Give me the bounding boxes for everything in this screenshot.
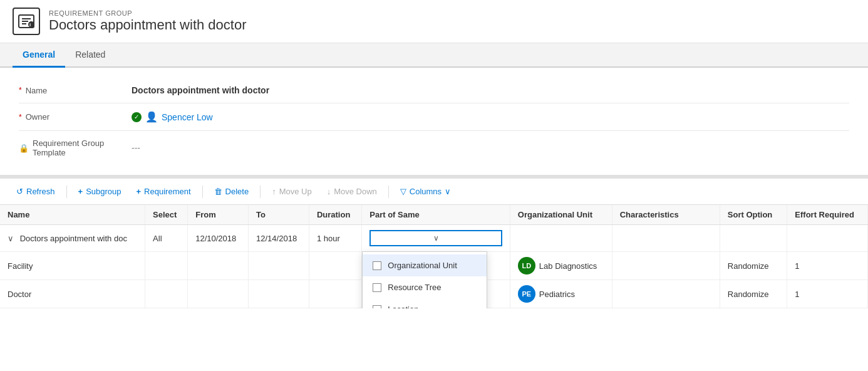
col-header-effort: Effort Required bbox=[787, 205, 868, 225]
row-sort-parent bbox=[720, 225, 787, 252]
row-duration-parent: 1 hour bbox=[309, 225, 361, 252]
col-header-duration: Duration bbox=[309, 205, 361, 225]
header-text-group: REQUIREMENT GROUP Doctors appointment wi… bbox=[49, 9, 247, 33]
tabs-bar: General Related bbox=[0, 43, 868, 68]
row-to-facility bbox=[249, 252, 309, 280]
row-characteristics-facility bbox=[612, 252, 720, 280]
dropdown-chevron-icon: ∨ bbox=[433, 234, 439, 243]
checkbox-orgunit[interactable] bbox=[373, 261, 381, 270]
col-header-orgunit: Organizational Unit bbox=[510, 205, 612, 225]
move-down-button[interactable]: ↓ Move Down bbox=[321, 184, 383, 199]
person-icon: 👤 bbox=[145, 111, 158, 123]
columns-chevron-icon: ∨ bbox=[445, 187, 451, 196]
row-orgunit-doctor: PE Pediatrics bbox=[510, 280, 612, 308]
field-value-name[interactable]: Doctors appointment with doctor bbox=[132, 85, 849, 95]
grid-toolbar: ↺ Refresh + Subgroup + Requirement 🗑 Del… bbox=[0, 179, 868, 205]
separator-4 bbox=[388, 186, 389, 198]
col-header-from: From bbox=[188, 205, 249, 225]
row-duration-facility bbox=[309, 252, 361, 280]
row-to-doctor bbox=[249, 280, 309, 308]
move-up-button[interactable]: ↑ Move Up bbox=[266, 184, 318, 199]
required-star-name: * bbox=[19, 86, 22, 95]
dropdown-item-location[interactable]: Location bbox=[363, 298, 487, 308]
col-header-select: Select bbox=[145, 205, 188, 225]
row-from-parent: 12/10/2018 bbox=[188, 225, 249, 252]
move-down-icon: ↓ bbox=[327, 187, 331, 196]
requirement-button[interactable]: + Requirement bbox=[130, 184, 197, 199]
separator-3 bbox=[260, 186, 261, 198]
row-effort-facility: 1 bbox=[787, 252, 868, 280]
tab-general[interactable]: General bbox=[13, 43, 65, 68]
avatar-ld: LD bbox=[518, 257, 535, 274]
row-characteristics-doctor bbox=[612, 280, 720, 308]
row-orgunit-parent bbox=[510, 225, 612, 252]
tab-related[interactable]: Related bbox=[65, 43, 115, 68]
subgroup-button[interactable]: + Subgroup bbox=[72, 184, 128, 199]
col-header-name: Name bbox=[0, 205, 145, 225]
row-name-doctor: Doctor bbox=[0, 280, 145, 308]
row-duration-doctor bbox=[309, 280, 361, 308]
partofsame-dropdown-menu: Organizational Unit Resource Tree Locati… bbox=[362, 251, 487, 308]
col-header-to: To bbox=[249, 205, 309, 225]
col-header-sort: Sort Option bbox=[720, 205, 787, 225]
field-value-template: --- bbox=[132, 143, 849, 153]
columns-button[interactable]: ▽ Columns ∨ bbox=[394, 184, 457, 199]
header-category: REQUIREMENT GROUP bbox=[49, 9, 247, 17]
row-from-doctor bbox=[188, 280, 249, 308]
add-subgroup-icon: + bbox=[78, 187, 83, 196]
table-row[interactable]: ∨ Doctors appointment with doc All 12/10… bbox=[0, 225, 868, 252]
row-effort-parent bbox=[787, 225, 868, 252]
required-star-owner: * bbox=[19, 113, 22, 122]
row-partofsame-parent[interactable]: ∨ Organizational Unit Resource Tree bbox=[362, 225, 510, 252]
form-section: * Name Doctors appointment with doctor *… bbox=[0, 68, 868, 179]
delete-button[interactable]: 🗑 Delete bbox=[208, 184, 256, 199]
row-sort-facility: Randomize bbox=[720, 252, 787, 280]
row-effort-doctor: 1 bbox=[787, 280, 868, 308]
partofsame-dropdown-trigger[interactable]: ∨ bbox=[369, 230, 502, 246]
separator-1 bbox=[66, 186, 67, 198]
header-title: Doctors appointment with doctor bbox=[49, 17, 247, 33]
refresh-button[interactable]: ↺ Refresh bbox=[10, 184, 61, 199]
field-label-owner: * Owner bbox=[19, 112, 132, 122]
avatar-pe: PE bbox=[518, 285, 535, 303]
row-from-facility bbox=[188, 252, 249, 280]
data-table: Name Select From To Duration Part of Sam… bbox=[0, 205, 868, 308]
checkbox-resourcetree[interactable] bbox=[373, 283, 381, 292]
move-up-icon: ↑ bbox=[272, 187, 276, 196]
row-orgunit-facility: LD Lab Diagnostics bbox=[510, 252, 612, 280]
row-to-parent: 12/14/2018 bbox=[249, 225, 309, 252]
row-select-facility bbox=[145, 252, 188, 280]
add-requirement-icon: + bbox=[137, 187, 142, 196]
row-characteristics-parent bbox=[612, 225, 720, 252]
form-row-template: 🔒 Requirement Group Template --- bbox=[19, 131, 849, 165]
dropdown-item-orgunit[interactable]: Organizational Unit bbox=[363, 254, 487, 276]
columns-filter-icon: ▽ bbox=[400, 187, 406, 196]
field-value-owner[interactable]: ✓ 👤 Spencer Low bbox=[132, 111, 849, 123]
table-header-row: Name Select From To Duration Part of Sam… bbox=[0, 205, 868, 225]
delete-icon: 🗑 bbox=[214, 187, 222, 196]
refresh-icon: ↺ bbox=[16, 187, 23, 196]
page-header: i REQUIREMENT GROUP Doctors appointment … bbox=[0, 0, 868, 43]
row-name-facility: Facility bbox=[0, 252, 145, 280]
row-name-parent: ∨ Doctors appointment with doc bbox=[0, 225, 145, 252]
row-select-parent: All bbox=[145, 225, 188, 252]
col-header-partofsame: Part of Same bbox=[362, 205, 510, 225]
row-select-doctor bbox=[145, 280, 188, 308]
field-label-name: * Name bbox=[19, 86, 132, 95]
col-header-characteristics: Characteristics bbox=[612, 205, 720, 225]
field-label-template: 🔒 Requirement Group Template bbox=[19, 138, 132, 157]
row-sort-doctor: Randomize bbox=[720, 280, 787, 308]
lock-icon: 🔒 bbox=[19, 144, 29, 153]
status-check-icon: ✓ bbox=[132, 112, 142, 122]
expand-icon[interactable]: ∨ bbox=[8, 234, 14, 243]
form-row-name: * Name Doctors appointment with doctor bbox=[19, 78, 849, 103]
dropdown-item-resourcetree[interactable]: Resource Tree bbox=[363, 276, 487, 298]
checkbox-location[interactable] bbox=[373, 305, 381, 309]
owner-name[interactable]: Spencer Low bbox=[162, 112, 213, 122]
form-row-owner: * Owner ✓ 👤 Spencer Low bbox=[19, 103, 849, 131]
separator-2 bbox=[202, 186, 203, 198]
header-icon: i bbox=[13, 8, 40, 35]
svg-text:i: i bbox=[29, 22, 31, 28]
grid-section: ↺ Refresh + Subgroup + Requirement 🗑 Del… bbox=[0, 179, 868, 308]
